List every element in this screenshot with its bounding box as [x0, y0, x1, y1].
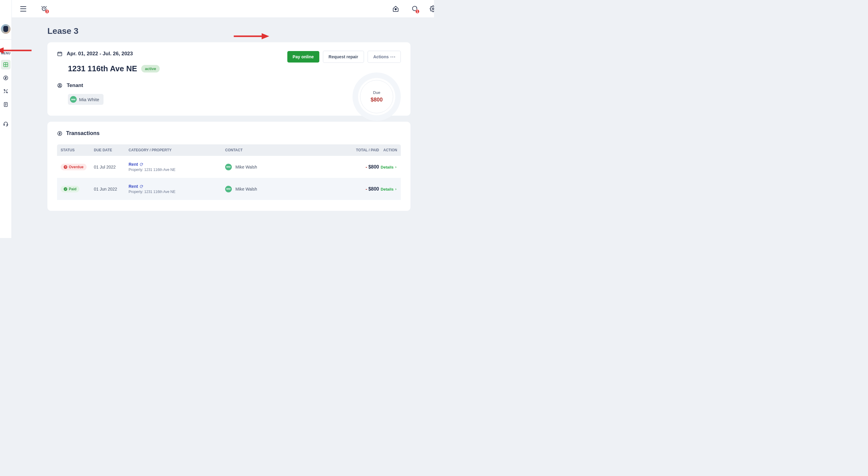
settings-button[interactable] — [430, 5, 434, 12]
home-button[interactable] — [392, 5, 399, 12]
contact-name: Mike Walsh — [236, 165, 257, 170]
avatar[interactable] — [1, 24, 10, 34]
lease-card: Apr. 01, 2022 - Jul. 26, 2023 1231 116th… — [48, 42, 410, 116]
calendar-icon — [57, 51, 62, 57]
headset-icon — [3, 121, 8, 126]
total-sign: - — [366, 164, 367, 170]
th-category: CATEGORY / PROPERTY — [129, 144, 225, 156]
sidebar-item-documents[interactable] — [1, 100, 10, 109]
category-link[interactable]: Rent — [129, 184, 143, 189]
content: Lease 3 Apr. 01, 2022 - Jul. 26, 2023 12… — [12, 18, 434, 238]
dots-icon — [391, 57, 395, 57]
th-total: TOTAL / PAID — [340, 144, 379, 156]
th-contact: CONTACT — [225, 144, 340, 156]
sidebar: MENU — [0, 0, 12, 238]
th-due-date: DUE DATE — [94, 144, 129, 156]
page-title: Lease 3 — [48, 26, 410, 36]
total-amount: $800 — [368, 186, 379, 191]
tenant-chip[interactable]: MW Mia White — [68, 94, 103, 105]
total-sign: - — [366, 186, 367, 191]
sidebar-item-maintenance[interactable] — [1, 86, 10, 96]
topbar: 3 1 — [12, 0, 434, 18]
sidebar-item-support[interactable] — [1, 119, 10, 129]
chat-button[interactable]: 1 — [411, 5, 418, 12]
contact-avatar: MW — [225, 186, 232, 192]
details-link[interactable]: Details — [380, 187, 397, 191]
table-header: STATUS DUE DATE CATEGORY / PROPERTY CONT… — [57, 144, 401, 156]
th-action: ACTION — [379, 144, 397, 156]
recurring-icon — [140, 184, 143, 188]
pay-online-button[interactable]: Pay online — [287, 51, 319, 62]
actions-button-label: Actions — [373, 54, 389, 59]
status-label: Paid — [69, 187, 76, 191]
dollar-circle-icon — [3, 75, 8, 81]
dashboard-icon — [3, 62, 8, 67]
menu-label: MENU — [1, 52, 10, 55]
tools-icon — [3, 89, 8, 94]
check-icon — [64, 187, 67, 191]
lease-address: 1231 116th Ave NE — [68, 64, 137, 73]
details-link[interactable]: Details — [380, 165, 397, 170]
category-link[interactable]: Rent — [129, 162, 143, 167]
transactions-table: STATUS DUE DATE CATEGORY / PROPERTY CONT… — [57, 144, 401, 200]
alerts-button[interactable]: 3 — [41, 5, 48, 12]
table-row: Paid 01 Jun 2022 Rent Property: 1231 116… — [57, 178, 401, 200]
table-row: Overdue 01 Jul 2022 Rent Property: 1231 … — [57, 156, 401, 178]
clock-icon — [64, 165, 67, 169]
dollar-circle-icon — [57, 131, 62, 136]
chevron-right-icon — [395, 188, 397, 190]
document-icon — [3, 102, 8, 107]
svg-point-6 — [432, 8, 434, 10]
status-badge: Overdue — [61, 164, 87, 170]
category-label: Rent — [129, 162, 138, 167]
category-label: Rent — [129, 184, 138, 189]
details-label: Details — [380, 165, 394, 170]
home-heart-icon — [392, 5, 399, 12]
due-widget: Due $800 — [352, 72, 401, 121]
contact-avatar: MW — [225, 164, 232, 170]
hamburger-menu[interactable] — [20, 6, 26, 11]
sidebar-divider — [0, 39, 11, 39]
request-repair-button[interactable]: Request repair — [323, 51, 364, 63]
recurring-icon — [140, 162, 143, 167]
transactions-title: Transactions — [66, 130, 100, 137]
svg-rect-7 — [58, 52, 62, 56]
transactions-card: Transactions STATUS DUE DATE CATEGORY / … — [48, 122, 410, 211]
due-date-cell: 01 Jul 2022 — [94, 161, 129, 173]
due-date-cell: 01 Jun 2022 — [94, 184, 129, 195]
svg-rect-3 — [4, 124, 4, 125]
due-label: Due — [373, 90, 380, 95]
property-prefix: Property: — [129, 168, 144, 172]
due-amount: $800 — [371, 97, 383, 103]
svg-rect-4 — [7, 124, 8, 125]
lease-date-range: Apr. 01, 2022 - Jul. 26, 2023 — [67, 51, 133, 57]
actions-button[interactable]: Actions — [368, 51, 401, 63]
gear-icon — [430, 5, 434, 12]
chevron-right-icon — [395, 166, 397, 169]
person-icon — [57, 83, 62, 88]
status-label: Overdue — [69, 165, 84, 169]
property-prefix: Property: — [129, 190, 144, 194]
total-amount: $800 — [368, 164, 379, 170]
status-badge: Paid — [61, 186, 80, 192]
sidebar-item-payments[interactable] — [1, 73, 10, 83]
sidebar-item-dashboard[interactable] — [1, 60, 10, 69]
lease-status-badge: active — [141, 65, 160, 72]
chat-badge: 1 — [415, 9, 420, 13]
tenant-name: Mia White — [79, 97, 99, 102]
tenant-section-label: Tenant — [67, 83, 83, 89]
svg-point-9 — [59, 84, 61, 86]
alerts-badge: 3 — [45, 9, 49, 13]
property-name: 1231 116th Ave NE — [144, 168, 175, 172]
contact-name: Mike Walsh — [236, 187, 257, 191]
details-label: Details — [380, 187, 394, 191]
property-name: 1231 116th Ave NE — [144, 190, 175, 194]
tenant-avatar: MW — [70, 96, 77, 103]
th-status: STATUS — [61, 144, 94, 156]
